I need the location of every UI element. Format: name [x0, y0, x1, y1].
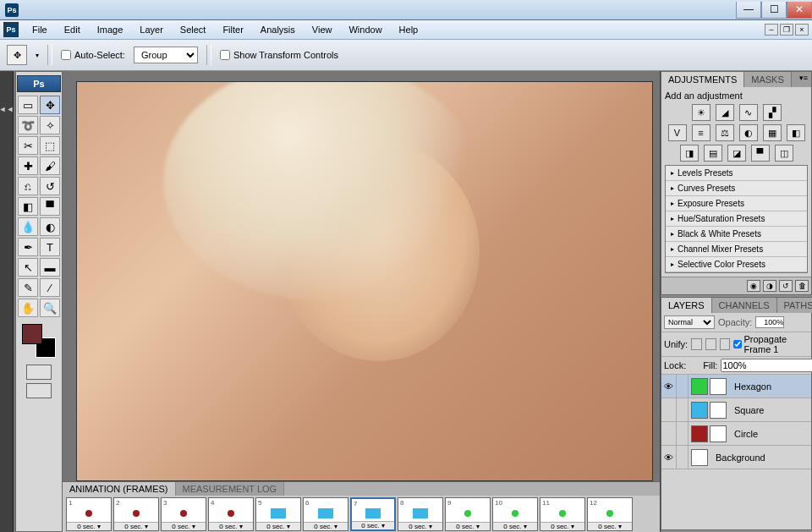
type-tool-icon[interactable]: T: [40, 238, 60, 256]
layer-visibility-icon[interactable]: 👁: [661, 375, 677, 398]
adjustment-view-icon[interactable]: ◑: [763, 280, 776, 292]
animation-frame[interactable]: 90 sec. ▾: [445, 497, 491, 531]
black-white-icon[interactable]: ◐: [739, 124, 758, 141]
foreground-color-swatch[interactable]: [22, 324, 42, 344]
menu-select[interactable]: Select: [172, 21, 215, 38]
propagate-frame-checkbox[interactable]: Propagate Frame 1: [733, 334, 809, 354]
path-selection-tool-icon[interactable]: ↖: [18, 258, 38, 277]
doc-minimize-button[interactable]: –: [765, 24, 778, 36]
preset-item[interactable]: Curves Presets: [666, 181, 807, 196]
animation-frame[interactable]: 10 sec. ▾: [66, 497, 112, 531]
clone-stamp-tool-icon[interactable]: ⎌: [18, 177, 38, 195]
move-tool-icon[interactable]: ✥: [40, 96, 60, 114]
menu-filter[interactable]: Filter: [214, 21, 251, 38]
document-canvas[interactable]: [76, 81, 653, 481]
window-close-button[interactable]: ✕: [787, 2, 812, 19]
panel-collapse-strip[interactable]: ◄◄: [0, 71, 14, 532]
adjustment-reset-icon[interactable]: ↺: [779, 280, 793, 292]
eraser-tool-icon[interactable]: ◧: [18, 197, 38, 216]
unify-visibility-icon[interactable]: [705, 338, 716, 350]
slice-tool-icon[interactable]: ⬚: [40, 136, 60, 155]
animation-frame[interactable]: 80 sec. ▾: [398, 497, 443, 531]
tab-layers[interactable]: LAYERS: [661, 298, 712, 313]
auto-select-checkbox[interactable]: Auto-Select:: [61, 50, 125, 60]
preset-item[interactable]: Hue/Saturation Presets: [666, 211, 807, 227]
menu-layer[interactable]: Layer: [131, 21, 172, 38]
crop-tool-icon[interactable]: ✂: [18, 136, 38, 155]
menu-image[interactable]: Image: [89, 21, 132, 38]
animation-frame[interactable]: 70 sec. ▾: [350, 497, 396, 531]
tab-measurement-log[interactable]: MEASUREMENT LOG: [176, 482, 285, 496]
photo-filter-icon[interactable]: ▦: [763, 124, 782, 141]
menu-file[interactable]: File: [24, 21, 56, 38]
menu-analysis[interactable]: Analysis: [252, 21, 304, 38]
pen-tool-icon[interactable]: ✒: [18, 238, 38, 256]
color-balance-icon[interactable]: ⚖: [716, 124, 734, 141]
doc-close-button[interactable]: ×: [795, 24, 809, 36]
opacity-input[interactable]: [755, 316, 784, 328]
animation-frame[interactable]: 20 sec. ▾: [113, 497, 159, 531]
selective-color-icon[interactable]: ◫: [775, 145, 793, 162]
animation-frame[interactable]: 30 sec. ▾: [161, 497, 206, 531]
panel-menu-icon[interactable]: ▾≡: [796, 72, 811, 87]
animation-frame[interactable]: 100 sec. ▾: [492, 497, 538, 531]
layer-row[interactable]: Circle: [661, 422, 811, 446]
window-maximize-button[interactable]: ☐: [761, 2, 787, 19]
menu-view[interactable]: View: [304, 21, 341, 38]
window-minimize-button[interactable]: —: [736, 2, 761, 19]
unify-style-icon[interactable]: [720, 338, 731, 350]
gradient-tool-icon[interactable]: ▀: [40, 197, 60, 216]
animation-frame[interactable]: 40 sec. ▾: [208, 497, 254, 531]
preset-item[interactable]: Black & White Presets: [666, 227, 807, 242]
quick-mask-icon[interactable]: [26, 365, 52, 380]
menu-app-icon[interactable]: Ps: [3, 22, 19, 37]
hue-saturation-icon[interactable]: ≡: [692, 124, 710, 141]
brush-tool-icon[interactable]: 🖌: [40, 156, 60, 175]
exposure-icon[interactable]: ▞: [763, 104, 782, 121]
zoom-tool-icon[interactable]: 🔍: [40, 299, 60, 317]
preset-item[interactable]: Selective Color Presets: [666, 257, 807, 272]
lasso-tool-icon[interactable]: ➰: [18, 116, 38, 134]
history-brush-tool-icon[interactable]: ↺: [40, 177, 60, 195]
shape-tool-icon[interactable]: ▬: [40, 258, 60, 277]
preset-item[interactable]: Levels Presets: [666, 166, 807, 181]
tools-header[interactable]: Ps: [17, 75, 61, 92]
adjustment-clip-icon[interactable]: ◉: [747, 280, 760, 292]
show-transform-checkbox[interactable]: Show Transform Controls: [220, 50, 338, 60]
menu-window[interactable]: Window: [340, 21, 390, 38]
menu-edit[interactable]: Edit: [56, 21, 89, 38]
blend-mode-dropdown[interactable]: Normal: [664, 315, 715, 329]
marquee-tool-icon[interactable]: ▭: [18, 96, 38, 114]
tab-channels[interactable]: CHANNELS: [712, 298, 777, 313]
color-swatches[interactable]: [22, 324, 56, 358]
hand-tool-icon[interactable]: ✋: [18, 299, 38, 317]
dodge-tool-icon[interactable]: ◐: [40, 217, 60, 236]
gradient-map-icon[interactable]: ▀: [751, 145, 770, 162]
fill-input[interactable]: [721, 359, 812, 372]
layer-visibility-icon[interactable]: [661, 422, 677, 445]
posterize-icon[interactable]: ▤: [704, 145, 722, 162]
levels-icon[interactable]: ◢: [716, 104, 734, 121]
animation-frame[interactable]: 50 sec. ▾: [255, 497, 301, 531]
layer-row[interactable]: 👁Hexagon: [661, 375, 811, 398]
doc-restore-button[interactable]: ❐: [780, 24, 793, 36]
invert-icon[interactable]: ◨: [680, 145, 699, 162]
blur-tool-icon[interactable]: 💧: [18, 217, 38, 236]
screen-mode-icon[interactable]: [26, 383, 52, 398]
preset-item[interactable]: Exposure Presets: [666, 196, 807, 211]
tab-animation-frames[interactable]: ANIMATION (FRAMES): [63, 482, 176, 496]
channel-mixer-icon[interactable]: ◧: [787, 124, 805, 141]
adjustment-delete-icon[interactable]: 🗑: [795, 280, 809, 292]
magic-wand-tool-icon[interactable]: ✧: [40, 116, 60, 134]
layer-visibility-icon[interactable]: 👁: [661, 446, 677, 469]
layer-row[interactable]: Square: [661, 398, 811, 422]
preset-item[interactable]: Channel Mixer Presets: [666, 242, 807, 257]
curves-icon[interactable]: ∿: [739, 104, 758, 121]
healing-brush-tool-icon[interactable]: ✚: [18, 156, 38, 175]
eyedropper-tool-icon[interactable]: ⁄: [40, 278, 60, 297]
tab-paths[interactable]: PATHS: [777, 298, 813, 313]
move-tool-icon[interactable]: ✥: [7, 45, 27, 65]
animation-frame[interactable]: 120 sec. ▾: [587, 497, 633, 531]
vibrance-icon[interactable]: V: [668, 124, 687, 141]
unify-position-icon[interactable]: [691, 338, 702, 350]
